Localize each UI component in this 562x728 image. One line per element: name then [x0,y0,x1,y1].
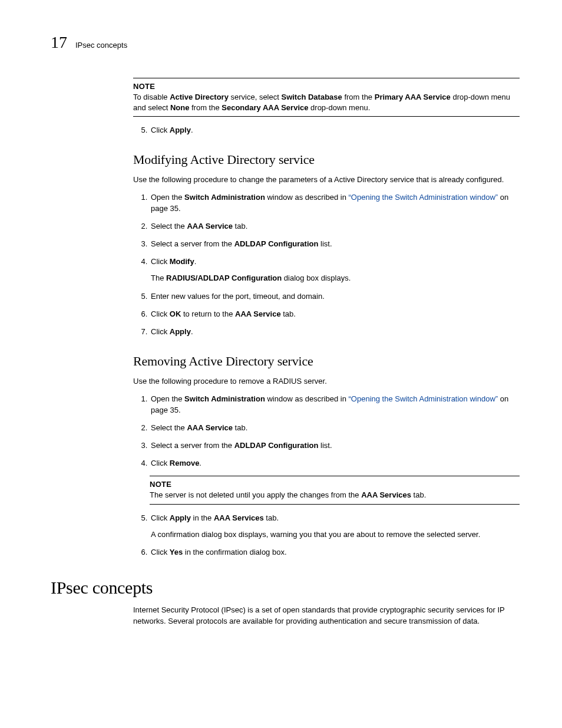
note-text: The server is not deleted until you appl… [150,490,520,500]
step-item: Click Modify. The RADIUS/ADLDAP Configur… [150,256,520,284]
step-item: Click Apply. [150,125,520,136]
ipsec-paragraph: Internet Security Protocol (IPsec) is a … [133,605,520,626]
step-item: Open the Switch Administration window as… [150,394,520,415]
link-opening-switch-admin[interactable]: “Opening the Switch Administration windo… [349,193,498,202]
modify-steps: Open the Switch Administration window as… [133,192,520,337]
step-item: Click Apply. [150,327,520,337]
remove-steps-continued: Click Apply in the AAA Services tab. A c… [133,513,520,558]
heading-modifying: Modifying Active Directory service [133,152,520,167]
step-item: Select a server from the ADLDAP Configur… [150,440,520,451]
remove-steps: Open the Switch Administration window as… [133,394,520,469]
note-block: NOTE To disable Active Directory service… [133,78,520,117]
step-item: Select the AAA Service tab. [150,221,520,232]
step-item: Enter new values for the port, timeout, … [150,291,520,302]
running-header: 17 IPsec concepts [51,33,520,52]
intro-paragraph: Use the following procedure to remove a … [133,376,520,387]
main-content: NOTE To disable Active Directory service… [133,78,520,627]
step-item: Select a server from the ADLDAP Configur… [150,239,520,249]
note-label: NOTE [133,82,520,91]
running-title: IPsec concepts [75,41,127,50]
note-block: NOTE The server is not deleted until you… [150,476,520,505]
link-opening-switch-admin[interactable]: “Opening the Switch Administration windo… [349,394,498,403]
heading-removing: Removing Active Directory service [133,354,520,369]
note-label: NOTE [150,480,520,489]
step-list-continued: Click Apply. [133,125,520,136]
step-item: Click OK to return to the AAA Service ta… [150,309,520,319]
heading-ipsec: IPsec concepts [51,578,520,598]
note-text: To disable Active Directory service, sel… [133,92,520,113]
step-item: Select the AAA Service tab. [150,423,520,433]
step-item: Click Yes in the confirmation dialog box… [150,547,520,558]
step-item: Open the Switch Administration window as… [150,192,520,213]
step-item: Click Apply in the AAA Services tab. A c… [150,513,520,540]
step-item: Click Remove. [150,458,520,469]
intro-paragraph: Use the following procedure to change th… [133,174,520,185]
chapter-number: 17 [51,33,67,52]
